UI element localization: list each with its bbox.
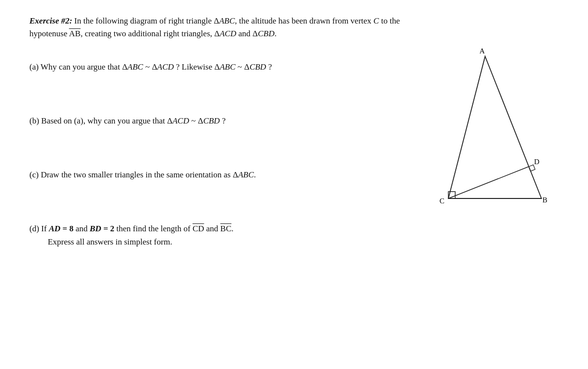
part-c: (c) Draw the two smaller triangles in th… <box>29 159 416 213</box>
part-b-text1: Based on (a), why can you argue that <box>39 116 167 125</box>
part-d-text2: and <box>204 224 220 233</box>
part-d-bd: BD <box>90 224 101 233</box>
part-b-label: (b) <box>29 116 39 125</box>
exercise-intro: In the following diagram of right triang… <box>72 16 214 25</box>
part-d: (d) If AD = 8 and BD = 2 then find the l… <box>29 213 416 262</box>
questions: (a) Why can you argue that ΔABC ~ ΔACD ?… <box>29 51 416 262</box>
part-d-text1: then find the length of <box>117 224 193 233</box>
delta-cbd-header: ΔCBD <box>252 29 274 38</box>
part-d-if: If <box>41 224 47 233</box>
header-text2: , the altitude has been drawn from verte… <box>235 16 373 25</box>
label-a: A <box>480 47 485 55</box>
line2-and: and <box>236 29 252 38</box>
part-c-text1: Draw the two smaller triangles in the sa… <box>39 170 233 179</box>
triangle-abc-header: ΔABC <box>214 16 235 25</box>
part-a-label: (a) <box>29 62 39 72</box>
vertex-c-header: C <box>373 16 379 25</box>
line2-cont: , creating two additional right triangle… <box>80 29 214 38</box>
part-d-line1: (d) If AD = 8 and BD = 2 then find the l… <box>29 222 416 235</box>
part-c-text2: . <box>254 170 256 179</box>
cd-overline: CD <box>193 224 204 233</box>
part-d-text3: . <box>231 224 233 233</box>
part-a-text2: ? Likewise <box>174 62 215 72</box>
part-d-eq1: = 8 <box>60 224 74 233</box>
part-d-label: (d) <box>29 224 39 233</box>
parts-container: (a) Why can you argue that ΔABC ~ ΔACD ?… <box>29 51 559 262</box>
part-a: (a) Why can you argue that ΔABC ~ ΔACD ?… <box>29 51 416 105</box>
delta-acd-header: ΔACD <box>214 29 236 38</box>
page: Exercise #2: In the following diagram of… <box>29 15 559 262</box>
part-d-eq2: = 2 <box>101 224 115 233</box>
part-b: (b) Based on (a), why can you argue that… <box>29 105 416 159</box>
svg-line-1 <box>448 167 529 198</box>
part-c-label: (c) <box>29 170 39 179</box>
bc-overline: BC <box>220 224 232 233</box>
line2-start: hypotenuse <box>29 29 69 38</box>
label-d: D <box>534 158 539 166</box>
svg-marker-0 <box>448 56 541 198</box>
ab-overline: AB <box>69 29 81 38</box>
part-d-and: and <box>75 224 90 233</box>
part-d-ad: AD <box>49 224 61 233</box>
part-a-text3: ? <box>266 62 272 72</box>
exercise-label: Exercise #2: <box>29 16 72 25</box>
part-a-text1: Why can you argue that <box>39 62 122 72</box>
triangle-diagram: A B C D <box>431 47 549 228</box>
label-c: C <box>440 197 444 205</box>
part-d-line2: Express all answers in simplest form. <box>29 235 416 248</box>
header-text3: to the <box>379 16 400 25</box>
diagram-area: A B C D <box>431 47 559 233</box>
line2-end: . <box>274 29 276 38</box>
part-b-text2: ? <box>220 116 226 125</box>
label-b: B <box>542 196 547 204</box>
exercise-header: Exercise #2: In the following diagram of… <box>29 15 451 41</box>
